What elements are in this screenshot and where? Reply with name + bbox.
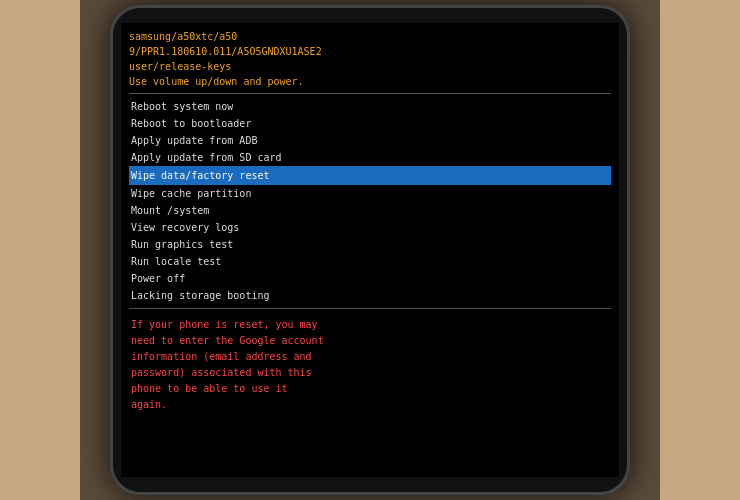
menu-item-apply-adb[interactable]: Apply update from ADB bbox=[129, 132, 611, 149]
header-line-2: 9/PPR1.180610.011/A5O5GNDXU1ASE2 bbox=[129, 44, 611, 59]
warning-text: If your phone is reset, you may need to … bbox=[131, 317, 609, 413]
header-line-4: Use volume up/down and power. bbox=[129, 74, 611, 89]
phone-frame: samsung/a50xtc/a50 9/PPR1.180610.011/A5O… bbox=[110, 5, 630, 495]
menu-item-mount-system[interactable]: Mount /system bbox=[129, 202, 611, 219]
menu-item-lacking-storage[interactable]: Lacking storage booting bbox=[129, 287, 611, 304]
header-line-3: user/release-keys bbox=[129, 59, 611, 74]
phone-screen: samsung/a50xtc/a50 9/PPR1.180610.011/A5O… bbox=[121, 23, 619, 477]
menu-item-graphics-test[interactable]: Run graphics test bbox=[129, 236, 611, 253]
menu-item-wipe-data[interactable]: Wipe data/factory reset bbox=[129, 166, 611, 185]
menu-item-view-logs[interactable]: View recovery logs bbox=[129, 219, 611, 236]
menu-item-locale-test[interactable]: Run locale test bbox=[129, 253, 611, 270]
menu-item-reboot-bootloader[interactable]: Reboot to bootloader bbox=[129, 115, 611, 132]
menu-section: Reboot system now Reboot to bootloader A… bbox=[129, 98, 611, 309]
scene: samsung/a50xtc/a50 9/PPR1.180610.011/A5O… bbox=[0, 0, 740, 500]
warning-section: If your phone is reset, you may need to … bbox=[129, 313, 611, 417]
menu-item-apply-sd[interactable]: Apply update from SD card bbox=[129, 149, 611, 166]
menu-item-reboot-system[interactable]: Reboot system now bbox=[129, 98, 611, 115]
menu-item-wipe-cache[interactable]: Wipe cache partition bbox=[129, 185, 611, 202]
menu-item-power-off[interactable]: Power off bbox=[129, 270, 611, 287]
header-section: samsung/a50xtc/a50 9/PPR1.180610.011/A5O… bbox=[129, 29, 611, 94]
header-line-1: samsung/a50xtc/a50 bbox=[129, 29, 611, 44]
recovery-screen: samsung/a50xtc/a50 9/PPR1.180610.011/A5O… bbox=[121, 23, 619, 477]
